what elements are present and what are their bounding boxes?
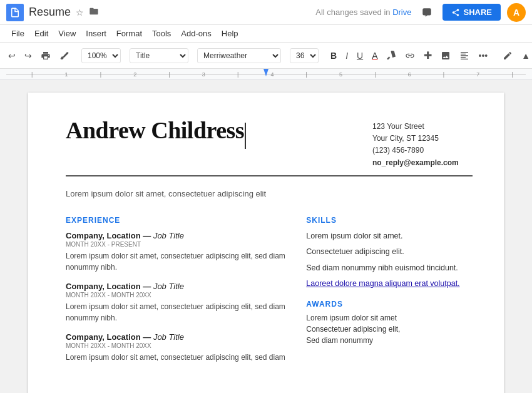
insert-image-button[interactable] xyxy=(437,49,454,63)
insert-special-button[interactable]: ✚ xyxy=(421,48,435,63)
job-2-desc: Lorem ipsum dolor sit amet, consectetuer… xyxy=(66,301,287,324)
awards-title: AWARDS xyxy=(306,300,473,309)
page-header: Andrew Childress 123 Your Street Your Ci… xyxy=(66,118,473,176)
contact-street: 123 Your Street xyxy=(372,121,473,133)
italic-button[interactable]: I xyxy=(342,49,351,63)
bold-button[interactable]: B xyxy=(327,49,340,63)
menu-view[interactable]: View xyxy=(53,27,81,40)
name-area: Andrew Childress xyxy=(66,118,246,149)
share-button[interactable]: SHARE xyxy=(442,4,501,21)
experience-title: EXPERIENCE xyxy=(66,216,287,225)
comment-button[interactable] xyxy=(417,3,436,22)
pen-button[interactable] xyxy=(499,49,516,63)
more-options-button[interactable]: ••• xyxy=(475,49,491,63)
skills-title: SKILLS xyxy=(306,216,473,225)
menu-tools[interactable]: Tools xyxy=(147,27,176,40)
paint-format-button[interactable] xyxy=(56,49,73,63)
title-icons: ☆ xyxy=(74,5,100,19)
two-column-layout: EXPERIENCE Company, Location — Job Title… xyxy=(66,213,473,372)
menu-edit[interactable]: Edit xyxy=(29,27,53,40)
skill-4: Laoreet dolore magna aliquam erat volutp… xyxy=(306,278,473,290)
zoom-select[interactable]: 100% 75% 125% xyxy=(81,48,121,63)
autosave-text: All changes saved in Drive xyxy=(315,8,411,17)
menu-addons[interactable]: Add-ons xyxy=(176,27,216,40)
paragraph-style-select[interactable]: Title Normal text Heading 1 xyxy=(130,48,188,63)
tagline: Lorem ipsum dolor sit amet, consectetuer… xyxy=(66,189,473,198)
menu-format[interactable]: Format xyxy=(111,27,147,40)
menu-help[interactable]: Help xyxy=(217,27,243,40)
job-3-desc: Lorem ipsum dolor sit amet, consectetuer… xyxy=(66,352,287,363)
title-bar: Resume ☆ All changes saved in Drive SHAR… xyxy=(0,0,532,25)
skills-column: SKILLS Lorem ipsum dolor sit amet. Conse… xyxy=(306,213,473,372)
contact-city: Your City, ST 12345 xyxy=(372,133,473,145)
contact-email: no_reply@example.com xyxy=(372,157,473,169)
toolbar: ↩ ↪ 100% 75% 125% Title Normal text Head… xyxy=(0,43,532,69)
underline-button[interactable]: U xyxy=(354,49,366,63)
share-label: SHARE xyxy=(463,8,492,17)
job-1-date: MONTH 20XX - PRESENT xyxy=(66,241,287,248)
undo-button[interactable]: ↩ xyxy=(5,49,19,63)
skill-1: Lorem ipsum dolor sit amet. xyxy=(306,231,473,242)
menu-insert[interactable]: Insert xyxy=(81,27,111,40)
job-2-date: MONTH 20XX - MONTH 20XX xyxy=(66,292,287,299)
expand-button[interactable]: ▲ xyxy=(518,49,532,63)
skill-2: Consectetuer adipiscing elit. xyxy=(306,247,473,258)
link-button[interactable] xyxy=(402,49,418,63)
font-size-select[interactable]: 36 12 24 xyxy=(290,48,319,63)
job-1-desc: Lorem ipsum dolor sit amet, consectetuer… xyxy=(66,250,287,273)
contact-phone: (123) 456-7890 xyxy=(372,145,473,156)
document-page: Andrew Childress 123 Your Street Your Ci… xyxy=(28,93,504,393)
resume-name: Andrew Childress xyxy=(66,117,244,143)
font-select[interactable]: Merriweather Arial Times New Roman xyxy=(197,48,281,63)
redo-button[interactable]: ↪ xyxy=(21,49,35,63)
doc-title: Resume xyxy=(29,6,71,19)
app-icon[interactable] xyxy=(6,4,24,21)
menu-bar: File Edit View Insert Format Tools Add-o… xyxy=(0,25,532,43)
star-icon[interactable]: ☆ xyxy=(74,6,85,19)
folder-icon[interactable] xyxy=(88,5,100,19)
job-2: Company, Location — Job Title MONTH 20XX… xyxy=(66,282,287,324)
menu-file[interactable]: File xyxy=(6,27,29,40)
drive-link[interactable]: Drive xyxy=(392,8,411,17)
ruler: |1|2|3|4|5|6|7| xyxy=(0,69,532,80)
print-button[interactable] xyxy=(38,49,54,63)
job-3-title: Company, Location — Job Title xyxy=(66,332,287,342)
skill-3: Sed diam nonummy nibh euismod tincidunt. xyxy=(306,263,473,274)
doc-area: Andrew Childress 123 Your Street Your Ci… xyxy=(0,80,532,393)
text-color-button[interactable]: A xyxy=(369,49,381,63)
header-right: All changes saved in Drive SHARE A xyxy=(315,3,526,22)
avatar: A xyxy=(507,3,526,22)
align-button[interactable] xyxy=(456,49,473,63)
experience-column: EXPERIENCE Company, Location — Job Title… xyxy=(66,213,287,372)
highlight-button[interactable] xyxy=(383,49,399,63)
job-2-title: Company, Location — Job Title xyxy=(66,282,287,291)
job-3-date: MONTH 20XX - MONTH 20XX xyxy=(66,342,287,349)
job-1: Company, Location — Job Title MONTH 20XX… xyxy=(66,231,287,273)
contact-info: 123 Your Street Your City, ST 12345 (123… xyxy=(372,118,473,169)
ruler-marks: |1|2|3|4|5|6|7| xyxy=(31,71,513,78)
cursor xyxy=(245,123,246,149)
job-1-title: Company, Location — Job Title xyxy=(66,231,287,240)
job-3: Company, Location — Job Title MONTH 20XX… xyxy=(66,332,287,363)
awards-text: Lorem ipsum dolor sit ametConsectetuer a… xyxy=(306,312,473,346)
